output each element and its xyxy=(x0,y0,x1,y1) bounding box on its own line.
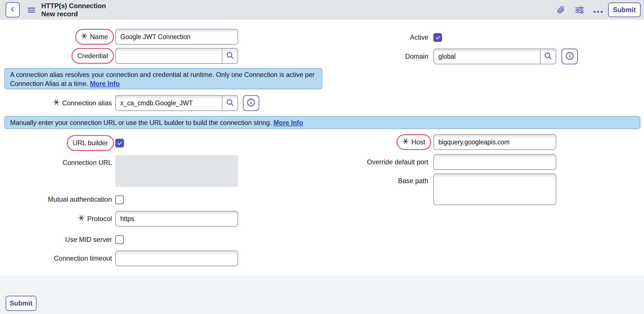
credential-lookup-button[interactable] xyxy=(222,49,238,63)
connection-alias-label-group: Connection alias xyxy=(53,99,112,107)
url-builder-label-ring: URL builder xyxy=(67,135,114,151)
banner-text: Manually enter your connection URL or us… xyxy=(10,119,273,126)
domain-lookup-button[interactable] xyxy=(540,49,556,64)
connection-url-label: Connection URL xyxy=(63,159,112,167)
credential-label: Credential xyxy=(77,52,108,60)
domain-label: Domain xyxy=(405,53,428,60)
search-icon xyxy=(226,51,234,61)
form-header-bar: HTTP(s) Connection New record Submit xyxy=(0,0,644,20)
name-label-ring: Name xyxy=(75,29,114,45)
paperclip-icon[interactable] xyxy=(557,6,565,15)
submit-button-footer[interactable]: Submit xyxy=(6,296,36,311)
url-builder-checkbox[interactable] xyxy=(115,139,124,147)
back-button[interactable] xyxy=(6,2,20,17)
credential-reference-field xyxy=(115,48,238,64)
connection-alias-lookup-button[interactable] xyxy=(222,96,238,110)
protocol-input[interactable] xyxy=(115,211,238,227)
connection-alias-reference-field xyxy=(115,95,238,111)
connection-url-disabled-field xyxy=(115,155,238,187)
required-icon xyxy=(81,33,87,41)
host-input[interactable] xyxy=(433,134,556,150)
host-label: Host xyxy=(411,138,425,146)
active-checkbox[interactable] xyxy=(433,33,442,42)
info-icon xyxy=(565,51,574,62)
connection-timeout-input[interactable] xyxy=(115,251,238,266)
name-label: Name xyxy=(90,33,108,41)
page-title: HTTP(s) Connection xyxy=(41,2,106,10)
search-icon xyxy=(226,98,234,108)
connection-alias-info-button[interactable] xyxy=(243,95,259,111)
required-icon xyxy=(53,99,59,107)
override-default-port-input[interactable] xyxy=(433,154,556,170)
override-default-port-label: Override default port xyxy=(367,158,428,166)
name-input[interactable] xyxy=(115,29,238,45)
use-mid-server-checkbox[interactable] xyxy=(115,235,124,244)
domain-reference-field xyxy=(433,49,556,64)
sliders-icon[interactable] xyxy=(575,6,584,15)
more-info-link[interactable]: More Info xyxy=(90,80,120,87)
required-icon xyxy=(78,215,84,223)
connection-alias-input[interactable] xyxy=(116,96,222,110)
credential-label-ring: Credential xyxy=(72,48,114,64)
mutual-authentication-label: Mutual authentication xyxy=(48,195,112,203)
info-icon xyxy=(247,98,256,108)
banner-text: A connection alias resolves your connect… xyxy=(10,71,315,87)
url-builder-label: URL builder xyxy=(73,139,108,147)
submit-button-header[interactable]: Submit xyxy=(608,3,641,17)
protocol-label-group: Protocol xyxy=(78,215,112,223)
protocol-label: Protocol xyxy=(87,215,112,223)
url-builder-info-banner: Manually enter your connection URL or us… xyxy=(4,116,640,129)
checkmark-icon xyxy=(435,35,441,41)
search-icon xyxy=(544,51,553,62)
form-footer-bar xyxy=(0,276,644,314)
domain-input[interactable] xyxy=(434,49,540,64)
host-label-ring: Host xyxy=(397,134,431,150)
connection-alias-info-banner: A connection alias resolves your connect… xyxy=(4,68,322,89)
chevron-left-icon xyxy=(9,6,16,14)
more-info-link[interactable]: More Info xyxy=(273,119,303,126)
base-path-textarea[interactable] xyxy=(433,174,556,205)
active-label: Active xyxy=(410,33,428,41)
required-icon xyxy=(403,138,409,146)
page-title-block: HTTP(s) Connection New record xyxy=(41,2,106,18)
use-mid-server-label: Use MID server xyxy=(65,236,112,244)
domain-info-button[interactable] xyxy=(562,49,578,64)
page-subtitle: New record xyxy=(41,10,106,18)
credential-input[interactable] xyxy=(116,49,222,63)
connection-timeout-label: Connection timeout xyxy=(54,254,112,262)
mutual-authentication-checkbox[interactable] xyxy=(115,195,124,204)
connection-alias-label: Connection alias xyxy=(62,99,112,107)
base-path-label: Base path xyxy=(398,177,428,185)
more-options-icon[interactable] xyxy=(593,9,603,14)
menu-icon[interactable] xyxy=(27,7,35,15)
checkmark-icon xyxy=(117,140,123,146)
